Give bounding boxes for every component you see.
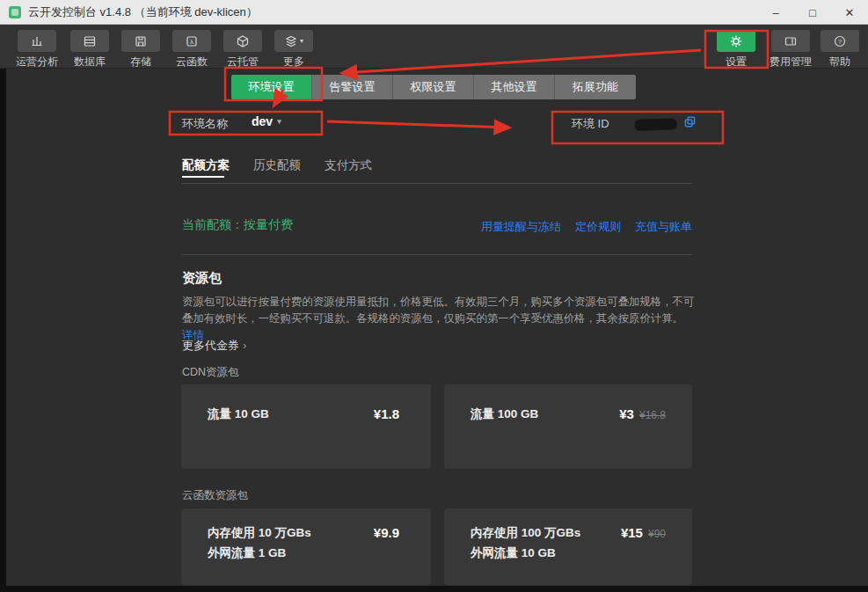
toolbar-item-label: 运营分析 [16, 55, 58, 69]
env-id-label: 环境 ID [572, 116, 609, 132]
resource-section-title: 资源包 [182, 270, 222, 287]
minimize-button[interactable]: – [757, 0, 794, 25]
caret-down-icon: ▾ [300, 37, 303, 45]
toolbar-item-label: 云托管 [227, 55, 259, 69]
current-quota-text: 当前配额：按量付费 [182, 217, 293, 233]
database-icon [83, 34, 97, 48]
resource-card-function-small[interactable]: 内存使用 10 万GBs外网流量 1 GB ¥9.9 [181, 508, 431, 585]
chevron-right-icon: › [243, 339, 246, 352]
toolbar-item-label: 数据库 [74, 55, 106, 69]
original-price: ¥90 [648, 528, 666, 540]
save-icon [134, 34, 148, 48]
annotation-arrow-env-name-to-env-id [327, 121, 508, 128]
recharge-billing-link[interactable]: 充值与账单 [635, 219, 692, 235]
toolbar-item-more[interactable]: ▾ 更多 [274, 30, 313, 69]
toolbar-item-cloud-hosting[interactable]: 云托管 [223, 30, 262, 69]
pricing-rules-link[interactable]: 定价规则 [575, 219, 621, 235]
price: ¥15 [621, 525, 643, 540]
layers-icon [284, 34, 298, 48]
price: ¥1.8 [374, 406, 399, 421]
quota-subtabs: 配额方案 历史配额 支付方式 [182, 157, 372, 173]
titlebar: 云开发控制台 v1.4.8 （当前环境 dev-klicen） – □ ✕ [0, 0, 868, 25]
env-name-label: 环境名称 [182, 116, 228, 132]
app-icon [9, 6, 21, 18]
copy-icon[interactable] [683, 115, 697, 132]
quota-links: 用量提醒与冻结 定价规则 充值与账单 [405, 219, 692, 235]
window-left-edge [0, 69, 6, 592]
toolbar-item-label: 存储 [130, 55, 151, 69]
caret-down-icon: ▾ [277, 117, 281, 126]
tab-permission-settings[interactable]: 权限设置 [393, 75, 474, 99]
cloud-function-icon: λ [185, 34, 199, 48]
billing-card-icon [784, 34, 798, 48]
toolbar-item-label: 更多 [283, 55, 304, 69]
separator [182, 254, 692, 255]
toolbar-item-label: 帮助 [829, 55, 850, 69]
more-coupons-link[interactable]: 更多代金券› [182, 338, 246, 354]
toolbar-item-label: 云函数 [176, 55, 208, 69]
subtab-quota-plan[interactable]: 配额方案 [182, 157, 230, 173]
env-name-dropdown[interactable]: dev▾ [252, 114, 281, 128]
resource-card-cdn-100gb[interactable]: 流量 100 GB ¥3¥16.8 [444, 384, 692, 469]
svg-text:?: ? [838, 37, 842, 45]
toolbar-item-analytics[interactable]: 运营分析 [16, 30, 58, 69]
toolbar-item-help[interactable]: ? 帮助 [818, 30, 862, 69]
tab-other-settings[interactable]: 其他设置 [474, 75, 555, 99]
toolbar-item-label: 费用管理 [770, 55, 812, 69]
subtab-active-underline [182, 176, 224, 178]
original-price: ¥16.8 [639, 409, 666, 421]
toolbar-item-billing[interactable]: 费用管理 [762, 30, 820, 69]
usage-alert-link[interactable]: 用量提醒与冻结 [481, 219, 561, 235]
tab-alert-settings[interactable]: 告警设置 [312, 75, 393, 99]
bar-chart-icon [30, 34, 44, 48]
resource-card-function-large[interactable]: 内存使用 100 万GBs外网流量 10 GB ¥15¥90 [444, 508, 692, 585]
window-bottom-edge [0, 586, 868, 592]
toolbar: 运营分析 数据库 存储 λ 云函数 云托管 ▾ 更多 设置 [0, 25, 868, 69]
price: ¥3 [619, 406, 634, 421]
function-group-label: 云函数资源包 [182, 488, 248, 503]
toolbar-item-settings[interactable]: 设置 [711, 30, 762, 69]
separator [182, 183, 692, 184]
cube-icon [236, 34, 250, 48]
settings-tab-bar: 环境设置 告警设置 权限设置 其他设置 拓展功能 [231, 75, 636, 99]
maximize-button[interactable]: □ [794, 0, 831, 25]
window-controls: – □ ✕ [757, 0, 868, 25]
help-icon: ? [833, 34, 847, 48]
window-title: 云开发控制台 v1.4.8 （当前环境 dev-klicen） [28, 4, 258, 20]
tab-extension-features[interactable]: 拓展功能 [555, 75, 636, 99]
env-id-redacted-value [635, 118, 677, 131]
tab-environment-settings[interactable]: 环境设置 [231, 75, 312, 99]
subtab-quota-history[interactable]: 历史配额 [253, 157, 301, 173]
resource-card-cdn-10gb[interactable]: 流量 10 GB ¥1.8 [181, 384, 431, 469]
toolbar-item-storage[interactable]: 存储 [121, 30, 160, 69]
svg-text:λ: λ [190, 38, 193, 46]
toolbar-item-cloud-function[interactable]: λ 云函数 [172, 30, 211, 69]
gear-icon [729, 34, 743, 48]
app-window: 云开发控制台 v1.4.8 （当前环境 dev-klicen） – □ ✕ 运营… [0, 0, 868, 592]
price: ¥9.9 [374, 525, 399, 540]
toolbar-item-label: 设置 [726, 55, 747, 69]
subtab-payment-method[interactable]: 支付方式 [325, 157, 372, 173]
resource-description: 资源包可以进行按量付费的资源使用量抵扣，价格更低。有效期三个月，购买多个资源包可… [182, 294, 697, 344]
toolbar-item-database[interactable]: 数据库 [70, 30, 109, 69]
cdn-group-label: CDN资源包 [182, 365, 239, 380]
close-button[interactable]: ✕ [831, 0, 868, 25]
